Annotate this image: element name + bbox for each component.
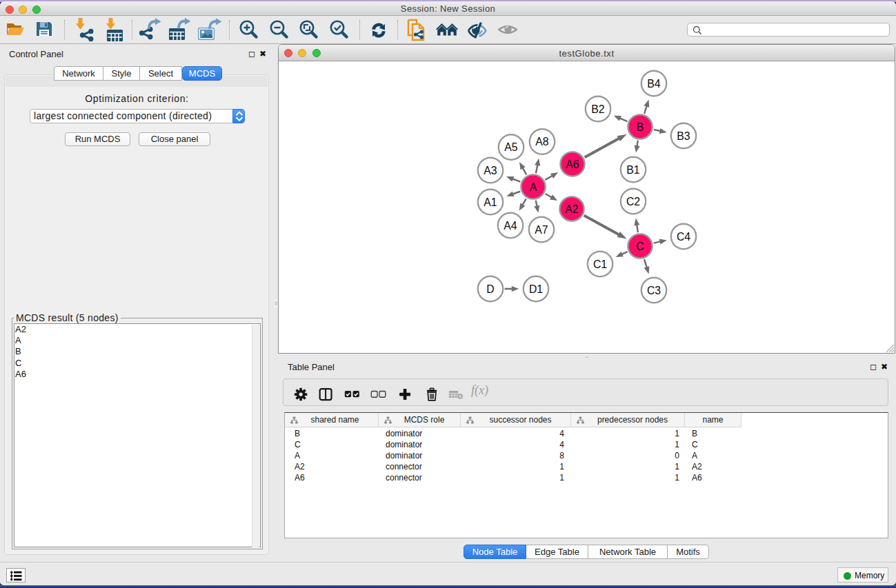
svg-text:C1: C1 xyxy=(593,258,607,270)
svg-text:C: C xyxy=(636,241,644,252)
svg-text:B: B xyxy=(637,121,644,133)
svg-text:A4: A4 xyxy=(504,220,517,232)
svg-text:A1: A1 xyxy=(484,196,497,208)
svg-text:A2: A2 xyxy=(565,203,578,215)
svg-text:B3: B3 xyxy=(677,130,690,142)
svg-text:A7: A7 xyxy=(535,224,548,236)
svg-text:A3: A3 xyxy=(484,165,497,176)
svg-text:C3: C3 xyxy=(647,285,661,296)
svg-text:A5: A5 xyxy=(504,141,518,153)
svg-text:C4: C4 xyxy=(677,231,690,243)
svg-text:B1: B1 xyxy=(626,164,640,176)
svg-text:C2: C2 xyxy=(626,196,640,207)
svg-text:A8: A8 xyxy=(535,136,549,148)
svg-text:B4: B4 xyxy=(647,78,661,90)
svg-text:B2: B2 xyxy=(591,103,604,115)
svg-text:A6: A6 xyxy=(566,159,579,170)
svg-text:D: D xyxy=(486,283,494,295)
svg-text:D1: D1 xyxy=(529,283,543,295)
svg-text:A: A xyxy=(530,181,537,193)
